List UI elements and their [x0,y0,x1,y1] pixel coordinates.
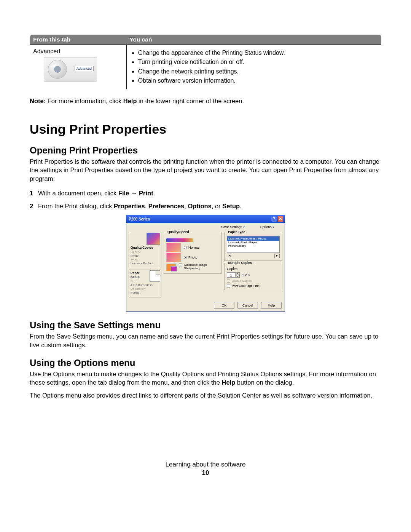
help-button[interactable]: Help [261,302,282,309]
paper-icon [150,270,160,282]
print-properties-dialog: P200 Series ? ✕ Save Settings Options Qu… [126,215,285,312]
checkbox-auto-sharpen[interactable]: ✓ [179,264,182,267]
page-number: 10 [30,469,381,477]
list-item[interactable]: Photo/Glossy [227,244,279,248]
note-paragraph: Note: For more information, click Help i… [30,97,381,105]
scroll-right-icon[interactable]: ► [274,254,280,258]
ok-button[interactable]: OK [214,302,234,309]
note-label: Note: [30,97,46,104]
sidebar-paper-setup[interactable]: Paper Setup Size: 4 x 6 Borderless Orien… [129,270,161,297]
tab-thumbnail: Advanced [44,57,97,81]
sidebar-quality-copies[interactable]: Quality/Copies Quality: Photo Type: Lexm… [129,232,161,268]
scroll-left-icon[interactable]: ◄ [227,254,232,258]
footer-section-title: Learning about the software [30,461,381,468]
page-footer: Learning about the software 10 [30,461,381,477]
table-header-tab: From this tab [30,35,127,45]
normal-preview-icon [166,243,181,252]
table-header-youcan: You can [126,35,381,45]
dialog-toolbar: Save Settings Options [126,223,285,231]
arrow-icon: → [129,190,139,197]
checkbox-collate[interactable] [227,279,230,283]
save-settings-paragraph: From the Save Settings menu, you can nam… [30,332,381,349]
thumbnail-button-label: Advanced [75,66,94,71]
sharpen-preview-icon [166,264,176,271]
radio-normal[interactable] [184,246,187,249]
list-item[interactable]: Lexmark Perfectfinish Photo [227,236,279,241]
radio-photo[interactable] [184,256,187,259]
capabilities-list: Change the appearance of the Printing St… [130,49,378,85]
options-menu-paragraph-2: The Options menu also provides direct li… [30,391,381,399]
copies-stepper[interactable]: 1 ▴▾ [227,272,240,278]
quality-gradient-icon [166,238,193,242]
list-item: Obtain software version information. [138,77,378,85]
photo-thumbnail-icon [147,233,160,245]
help-icon[interactable]: ? [271,216,277,222]
list-item: Change the network printing settings. [138,67,378,76]
photo-preview-icon [166,253,181,262]
step-1: 1 With a document open, click File → Pri… [30,189,381,197]
copies-preview-icon: 1 2 3 [242,273,250,277]
quality-speed-group: Quality/Speed Normal Photo ✓Automatic Im… [164,232,222,274]
dialog-titlebar: P200 Series ? ✕ [126,215,285,223]
paper-type-list[interactable]: Lexmark Perfectfinish Photo Lexmark Phot… [227,236,280,253]
multiple-copies-group: Multiple Copies Copies: 1 ▴▾ 1 2 3 Colla… [224,263,282,290]
heading-options-menu: Using the Options menu [30,358,381,368]
opening-paragraph: Print Properties is the software that co… [30,157,381,183]
chevron-down-icon[interactable]: ▾ [235,275,240,278]
steps-list: 1 With a document open, click File → Pri… [30,189,381,211]
list-item: Change the appearance of the Printing St… [138,49,378,57]
checkbox-last-page-first[interactable] [227,284,230,288]
dialog-title: P200 Series [129,217,150,221]
heading-save-settings-menu: Using the Save Settings menu [30,320,381,331]
table-row: Advanced Advanced Change the appearance … [30,45,381,89]
heading-using-print-properties: Using Print Properties [30,122,381,137]
close-icon[interactable]: ✕ [278,216,283,222]
paper-type-group: Paper Type Lexmark Perfectfinish Photo L… [224,232,282,261]
tab-name: Advanced [33,48,123,55]
dialog-button-bar: OK Cancel Help [126,300,285,311]
tab-capabilities-table: From this tab You can Advanced Advanced [30,34,381,89]
dialog-sidebar: Quality/Copies Quality: Photo Type: Lexm… [129,232,161,299]
save-settings-menu[interactable]: Save Settings [221,225,245,229]
heading-opening-print-properties: Opening Print Properties [30,145,381,156]
speaker-icon [48,60,67,79]
step-2: 2 From the Print dialog, click Propertie… [30,202,381,210]
options-menu-paragraph-1: Use the Options menu to make changes to … [30,370,381,387]
cancel-button[interactable]: Cancel [237,302,258,309]
list-item[interactable]: Lexmark Photo Paper [227,241,279,244]
options-menu[interactable]: Options [260,225,274,229]
list-item: Turn printing voice notification on or o… [138,58,378,66]
chevron-up-icon[interactable]: ▴ [235,272,240,275]
